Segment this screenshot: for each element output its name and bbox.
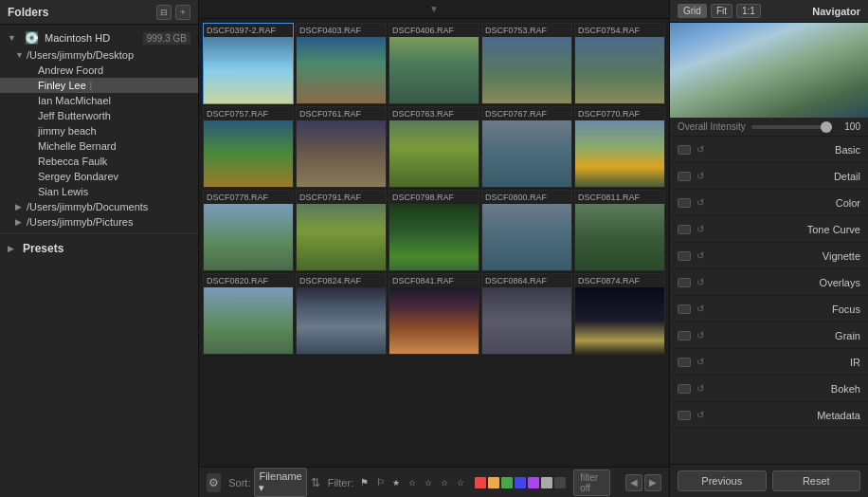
drive-item[interactable]: ▼ 💽 Macintosh HD 999.3 GB: [0, 28, 198, 47]
adjustment-item-metadata[interactable]: ↺ Metadata: [670, 402, 868, 429]
adj-reset[interactable]: ↺: [695, 250, 706, 262]
tab-arrow[interactable]: ▼: [429, 4, 439, 14]
folder-item[interactable]: Andrew Foord: [0, 63, 198, 78]
adj-toggle[interactable]: [678, 358, 691, 367]
folders-icon-btn-2[interactable]: +: [175, 5, 190, 20]
folder-item[interactable]: Sergey Bondarev: [0, 169, 198, 184]
flag-filter-icon[interactable]: ⚑: [357, 476, 371, 489]
color-filter-5[interactable]: [541, 477, 552, 488]
photo-cell[interactable]: DSCF0820.RAF: [203, 273, 294, 355]
photo-cell[interactable]: DSCF0864.RAF: [481, 273, 572, 355]
photo-thumb: [204, 204, 293, 270]
folder-item[interactable]: ▶/Users/jimmyb/Pictures: [0, 214, 198, 230]
adj-toggle[interactable]: [678, 225, 691, 234]
adj-toggle[interactable]: [678, 411, 691, 420]
color-filter-6[interactable]: [554, 477, 566, 488]
reset-btn[interactable]: Reset: [772, 470, 861, 491]
color-filter-4[interactable]: [528, 477, 539, 488]
adj-reset[interactable]: ↺: [695, 197, 706, 209]
photo-cell[interactable]: DSCF0767.RAF: [481, 106, 572, 188]
adj-toggle[interactable]: [678, 251, 691, 261]
adj-reset[interactable]: ↺: [695, 410, 706, 421]
photo-cell[interactable]: DSCF0811.RAF: [574, 190, 665, 271]
sort-direction[interactable]: ⇅: [311, 476, 320, 489]
color-filter-3[interactable]: [515, 477, 526, 488]
folder-item[interactable]: Sian Lewis: [0, 184, 198, 199]
adj-toggle[interactable]: [678, 278, 691, 287]
photo-cell[interactable]: DSCF0791.RAF: [296, 190, 387, 271]
gear-button[interactable]: ⚙: [207, 473, 221, 492]
color-filter-0[interactable]: [475, 477, 486, 488]
intensity-thumb[interactable]: [821, 121, 832, 133]
photo-label: DSCF0778.RAF: [204, 191, 293, 204]
folder-item[interactable]: ▶/Users/jimmyb/Documents: [0, 199, 198, 214]
folder-item[interactable]: Jeff Butterworth: [0, 108, 198, 123]
adj-reset[interactable]: ↺: [695, 357, 706, 368]
star-filter-3[interactable]: ☆: [422, 476, 435, 489]
adj-reset[interactable]: ↺: [695, 330, 706, 341]
star-filter-4[interactable]: ☆: [438, 476, 451, 489]
photo-cell[interactable]: DSCF0874.RAF: [574, 273, 665, 355]
adj-reset[interactable]: ↺: [695, 277, 706, 288]
presets-header[interactable]: ▶ Presets: [0, 238, 198, 259]
adjustment-item-tone-curve[interactable]: ↺ Tone Curve: [670, 216, 868, 243]
photo-cell[interactable]: DSCF0757.RAF: [203, 106, 294, 188]
flag-filter-icon-2[interactable]: ⚐: [373, 476, 387, 489]
filter-off-btn[interactable]: filter off: [573, 469, 610, 496]
prev-arrow[interactable]: ◀: [625, 474, 642, 491]
photo-cell[interactable]: DSCF0403.RAF: [296, 23, 387, 104]
photo-cell[interactable]: DSCF0770.RAF: [574, 106, 665, 188]
star-filter-2[interactable]: ☆: [406, 476, 419, 489]
photo-cell[interactable]: DSCF0753.RAF: [481, 23, 572, 104]
photo-cell[interactable]: DSCF0763.RAF: [389, 106, 479, 188]
photo-cell[interactable]: DSCF0406.RAF: [389, 23, 479, 104]
adjustment-item-detail[interactable]: ↺ Detail: [670, 163, 868, 190]
folder-item[interactable]: Ian MacMichael: [0, 93, 198, 108]
sort-dropdown[interactable]: Filename ▾: [254, 468, 306, 497]
adj-reset[interactable]: ↺: [695, 144, 706, 156]
navigator-preview[interactable]: [670, 23, 868, 118]
adj-reset[interactable]: ↺: [695, 304, 706, 315]
adjustment-item-basic[interactable]: ↺ Basic: [670, 137, 868, 163]
photo-cell[interactable]: DSCF0800.RAF: [481, 190, 572, 271]
1-1-view-btn[interactable]: 1:1: [736, 4, 761, 18]
adj-reset[interactable]: ↺: [695, 224, 706, 235]
photo-cell[interactable]: DSCF0824.RAF: [296, 273, 387, 355]
adjustment-item-grain[interactable]: ↺ Grain: [670, 322, 868, 349]
adjustment-item-ir[interactable]: ↺ IR: [670, 349, 868, 376]
folder-item[interactable]: Michelle Bernard: [0, 138, 198, 154]
photo-cell[interactable]: DSCF0754.RAF: [574, 23, 665, 104]
previous-btn[interactable]: Previous: [678, 470, 767, 491]
next-arrow[interactable]: ▶: [644, 474, 661, 491]
photo-cell[interactable]: DSCF0761.RAF: [296, 106, 387, 188]
adj-toggle[interactable]: [678, 145, 691, 155]
photo-cell[interactable]: DSCF0397-2.RAF: [203, 23, 294, 104]
photo-cell[interactable]: DSCF0841.RAF: [389, 273, 479, 355]
adjustment-item-focus[interactable]: ↺ Focus: [670, 296, 868, 322]
adj-toggle[interactable]: [678, 198, 691, 208]
folders-icon-btn-1[interactable]: ⊟: [156, 5, 172, 20]
folder-item[interactable]: Finley Lee|: [0, 78, 198, 93]
star-filter-1[interactable]: ★: [389, 476, 403, 489]
adj-reset[interactable]: ↺: [695, 383, 706, 395]
photo-cell[interactable]: DSCF0798.RAF: [389, 190, 479, 271]
grid-view-btn[interactable]: Grid: [678, 4, 707, 18]
folder-item[interactable]: ▼/Users/jimmyb/Desktop: [0, 47, 198, 63]
color-filter-1[interactable]: [488, 477, 499, 488]
adj-toggle[interactable]: [678, 384, 691, 394]
adj-reset[interactable]: ↺: [695, 171, 706, 182]
fit-view-btn[interactable]: Fit: [711, 4, 732, 18]
photo-cell[interactable]: DSCF0778.RAF: [203, 190, 294, 271]
intensity-slider[interactable]: [751, 125, 832, 129]
folder-item[interactable]: Rebecca Faulk: [0, 154, 198, 169]
adjustment-item-overlays[interactable]: ↺ Overlays: [670, 269, 868, 296]
adj-toggle[interactable]: [678, 172, 691, 181]
adjustment-item-color[interactable]: ↺ Color: [670, 190, 868, 216]
adj-toggle[interactable]: [678, 331, 691, 341]
color-filter-2[interactable]: [501, 477, 513, 488]
adj-toggle[interactable]: [678, 304, 691, 314]
adjustment-item-bokeh[interactable]: ↺ Bokeh: [670, 376, 868, 402]
folder-item[interactable]: jimmy beach: [0, 123, 198, 138]
star-filter-5[interactable]: ☆: [454, 476, 467, 489]
adjustment-item-vignette[interactable]: ↺ Vignette: [670, 243, 868, 269]
